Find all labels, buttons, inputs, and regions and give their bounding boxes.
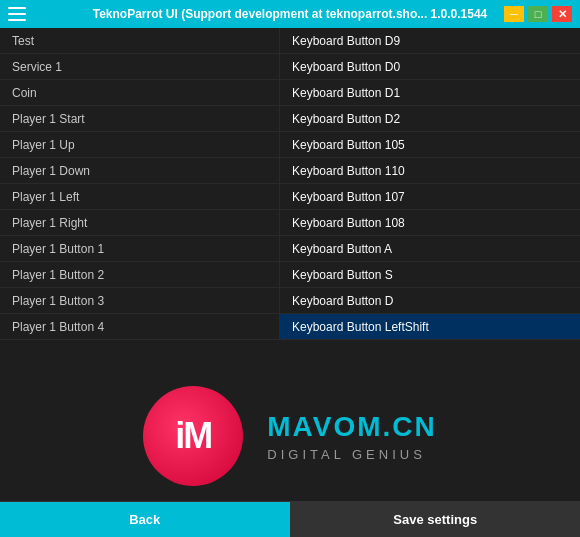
row-value: Keyboard Button 110	[280, 158, 580, 183]
row-value: Keyboard Button D1	[280, 80, 580, 105]
menu-area[interactable]	[8, 7, 26, 21]
hamburger-icon[interactable]	[8, 7, 26, 21]
table-row[interactable]: Player 1 Button 4Keyboard Button LeftShi…	[0, 314, 580, 340]
back-button[interactable]: Back	[0, 502, 291, 537]
main-content: TestKeyboard Button D9Service 1Keyboard …	[0, 28, 580, 537]
row-label: Player 1 Left	[0, 184, 280, 209]
row-value: Keyboard Button 107	[280, 184, 580, 209]
table-row[interactable]: Player 1 StartKeyboard Button D2	[0, 106, 580, 132]
table-row[interactable]: Player 1 Button 1Keyboard Button A	[0, 236, 580, 262]
close-button[interactable]: ✕	[552, 6, 572, 22]
row-label: Player 1 Button 4	[0, 314, 280, 339]
row-label: Player 1 Up	[0, 132, 280, 157]
row-value: Keyboard Button A	[280, 236, 580, 261]
table-row[interactable]: Player 1 Button 2Keyboard Button S	[0, 262, 580, 288]
save-button[interactable]: Save settings	[291, 502, 581, 537]
watermark-area: iM MAVOM.CN DIGITAL GENIUS	[0, 371, 580, 501]
minimize-button[interactable]: ─	[504, 6, 524, 22]
row-label: Service 1	[0, 54, 280, 79]
row-label: Test	[0, 28, 280, 53]
logo-text: iM	[175, 415, 211, 457]
table-row[interactable]: Player 1 UpKeyboard Button 105	[0, 132, 580, 158]
config-table: TestKeyboard Button D9Service 1Keyboard …	[0, 28, 580, 371]
title-bar: TeknoParrot UI (Support development at t…	[0, 0, 580, 28]
table-row[interactable]: Player 1 LeftKeyboard Button 107	[0, 184, 580, 210]
row-value: Keyboard Button S	[280, 262, 580, 287]
table-row[interactable]: Player 1 DownKeyboard Button 110	[0, 158, 580, 184]
window-title: TeknoParrot UI (Support development at t…	[93, 7, 488, 21]
table-row[interactable]: TestKeyboard Button D9	[0, 28, 580, 54]
row-label: Player 1 Right	[0, 210, 280, 235]
row-value: Keyboard Button 105	[280, 132, 580, 157]
row-value: Keyboard Button D0	[280, 54, 580, 79]
window-controls: ─ □ ✕	[504, 6, 572, 22]
row-value: Keyboard Button D	[280, 288, 580, 313]
row-value: Keyboard Button D9	[280, 28, 580, 53]
table-row[interactable]: Player 1 RightKeyboard Button 108	[0, 210, 580, 236]
row-value: Keyboard Button LeftShift	[280, 314, 580, 339]
brand-info: MAVOM.CN DIGITAL GENIUS	[267, 411, 436, 462]
row-label: Player 1 Start	[0, 106, 280, 131]
row-label: Player 1 Button 3	[0, 288, 280, 313]
row-value: Keyboard Button 108	[280, 210, 580, 235]
logo-circle: iM	[143, 386, 243, 486]
row-label: Player 1 Button 2	[0, 262, 280, 287]
row-label: Player 1 Button 1	[0, 236, 280, 261]
row-label: Coin	[0, 80, 280, 105]
row-label: Player 1 Down	[0, 158, 280, 183]
table-row[interactable]: Service 1Keyboard Button D0	[0, 54, 580, 80]
maximize-button[interactable]: □	[528, 6, 548, 22]
table-row[interactable]: CoinKeyboard Button D1	[0, 80, 580, 106]
row-value: Keyboard Button D2	[280, 106, 580, 131]
bottom-bar: Back Save settings	[0, 501, 580, 537]
brand-name: MAVOM.CN	[267, 411, 436, 443]
table-row[interactable]: Player 1 Button 3Keyboard Button D	[0, 288, 580, 314]
brand-tagline: DIGITAL GENIUS	[267, 447, 436, 462]
